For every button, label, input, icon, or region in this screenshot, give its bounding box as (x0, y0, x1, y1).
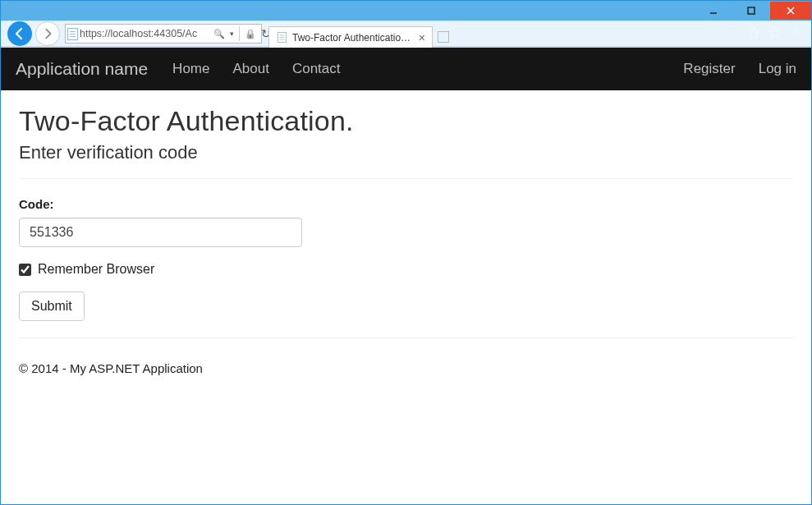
tabs-strip: Two-Factor Authentication ... × (268, 21, 449, 47)
page-viewport: Application name Home About Contact Regi… (1, 47, 811, 504)
tab-favicon-icon (276, 32, 287, 44)
new-tab-button[interactable] (438, 31, 449, 43)
address-actions: 🔍 ▾ 🔒 ↻ (209, 26, 276, 41)
main-container: Two-Factor Authentication. Enter verific… (1, 90, 811, 361)
close-button[interactable] (770, 2, 811, 20)
search-icon[interactable]: 🔍 (213, 29, 225, 39)
nav-register[interactable]: Register (683, 61, 735, 77)
page-title: Two-Factor Authentication. (19, 105, 793, 137)
toolbar-right-icons (747, 25, 805, 42)
gear-icon[interactable] (790, 25, 803, 42)
dropdown-icon[interactable]: ▾ (230, 30, 234, 38)
nav-login[interactable]: Log in (759, 61, 796, 77)
browser-tab[interactable]: Two-Factor Authentication ... × (268, 26, 433, 48)
page-footer: © 2014 - My ASP.NET Application (1, 361, 811, 393)
nav-back-button[interactable] (7, 21, 32, 46)
page-subtitle: Enter verification code (19, 142, 793, 163)
remember-row[interactable]: Remember Browser (19, 262, 793, 277)
tab-title: Two-Factor Authentication ... (292, 32, 414, 44)
brand-link[interactable]: Application name (16, 59, 148, 79)
submit-button[interactable]: Submit (19, 292, 85, 321)
svg-point-4 (795, 30, 798, 34)
address-favicon-icon (67, 28, 78, 40)
address-bar[interactable]: 🔍 ▾ 🔒 ↻ (65, 24, 262, 44)
code-label: Code: (19, 197, 793, 211)
maximize-button[interactable] (732, 2, 770, 20)
separator (19, 337, 793, 338)
remember-label: Remember Browser (38, 262, 154, 277)
minimize-button[interactable] (695, 2, 732, 20)
footer-text: © 2014 - My ASP.NET Application (19, 361, 203, 375)
remember-checkbox[interactable] (19, 264, 31, 276)
address-input[interactable] (80, 25, 209, 43)
favorites-icon[interactable] (768, 25, 782, 42)
site-navbar: Application name Home About Contact Regi… (1, 48, 811, 90)
nav-home[interactable]: Home (172, 61, 209, 77)
nav-forward-button[interactable] (35, 21, 60, 46)
browser-toolbar: 🔍 ▾ 🔒 ↻ Two-Factor Authentication ... × (1, 21, 811, 47)
nav-right: Register Log in (683, 61, 796, 77)
code-input[interactable] (19, 218, 302, 247)
window-buttons (695, 2, 811, 20)
svg-rect-1 (748, 7, 755, 14)
window-titlebar (1, 1, 811, 21)
browser-window: 🔍 ▾ 🔒 ↻ Two-Factor Authentication ... × (0, 0, 812, 505)
home-icon[interactable] (747, 25, 760, 42)
tab-close-icon[interactable]: × (419, 32, 425, 44)
nav-about[interactable]: About (232, 61, 268, 77)
nav-contact[interactable]: Contact (292, 61, 341, 77)
code-group: Code: (19, 197, 793, 247)
separator (19, 178, 793, 179)
lock-icon: 🔒 (245, 29, 256, 39)
separator (239, 26, 240, 41)
